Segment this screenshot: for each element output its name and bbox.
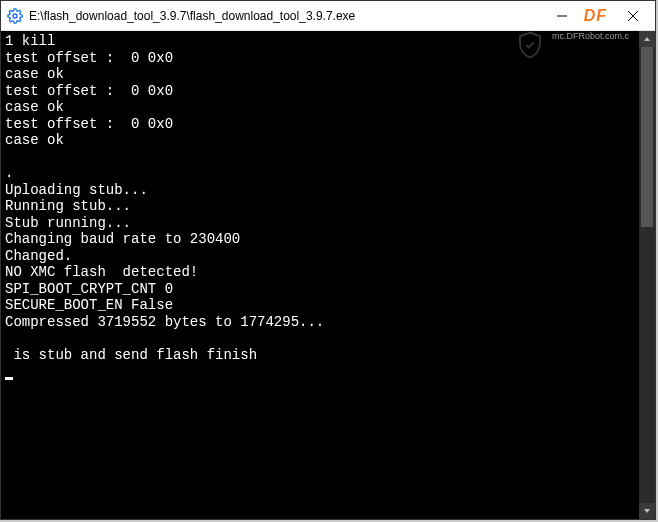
watermark-sub: mc.DFRobot.com.c: [552, 31, 629, 41]
scroll-up-button[interactable]: [639, 31, 655, 47]
watermark-brand: DF: [584, 7, 607, 25]
scroll-down-button[interactable]: [639, 503, 655, 519]
titlebar: E:\flash_download_tool_3.9.7\flash_downl…: [1, 1, 655, 31]
console-area: mc.DFRobot.com.c 1 kill test offset : 0 …: [1, 31, 655, 519]
cursor: [5, 377, 13, 380]
gear-icon: [7, 8, 23, 24]
scrollbar-track[interactable]: [639, 47, 655, 503]
minimize-button[interactable]: [540, 1, 584, 31]
scrollbar[interactable]: [639, 31, 655, 519]
svg-point-0: [13, 14, 17, 18]
window-title: E:\flash_download_tool_3.9.7\flash_downl…: [29, 9, 355, 23]
app-window: E:\flash_download_tool_3.9.7\flash_downl…: [0, 0, 656, 520]
scrollbar-thumb[interactable]: [641, 47, 653, 227]
console-output[interactable]: 1 kill test offset : 0 0x0 case ok test …: [1, 31, 639, 519]
svg-marker-5: [644, 509, 650, 513]
close-button[interactable]: [611, 1, 655, 31]
svg-marker-4: [644, 37, 650, 41]
